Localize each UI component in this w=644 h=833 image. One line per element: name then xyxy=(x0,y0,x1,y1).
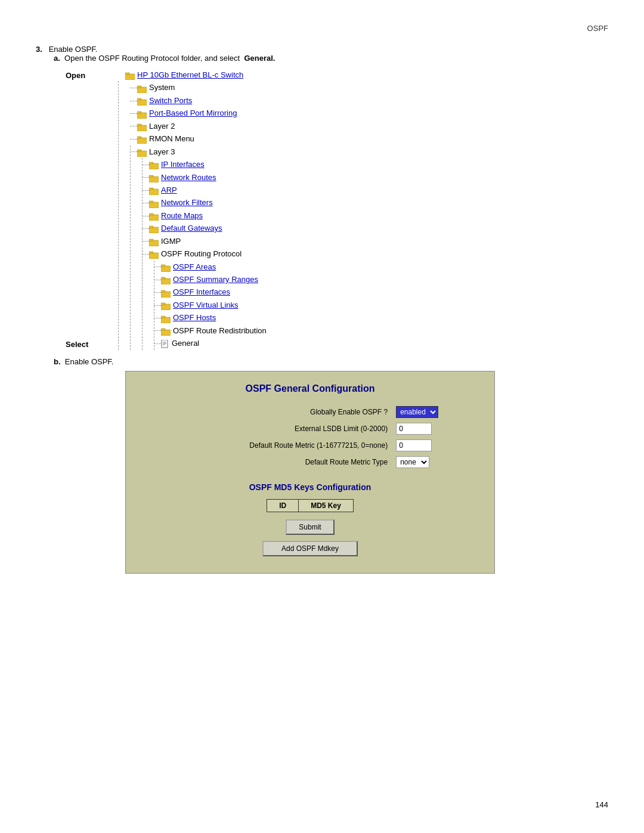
tree-item-ospf-hosts: OSPF Hosts xyxy=(161,311,608,324)
tree-item-ip-interfaces: IP Interfaces xyxy=(149,158,608,171)
svg-rect-37 xyxy=(161,303,165,305)
submit-button[interactable]: Submit xyxy=(286,519,334,535)
open-label: Open xyxy=(66,71,85,80)
svg-rect-24 xyxy=(149,227,159,233)
layer3-folder-icon xyxy=(137,148,147,156)
step-3-number: 3. xyxy=(36,45,42,54)
network-routes-link[interactable]: Network Routes xyxy=(161,171,216,184)
config-value-lsdb[interactable] xyxy=(392,420,476,437)
svg-rect-40 xyxy=(161,330,171,336)
layer2-folder-icon xyxy=(137,122,147,130)
route-maps-link[interactable]: Route Maps xyxy=(161,209,203,222)
tree-item-igmp: IGMP xyxy=(149,235,608,247)
system-label: System xyxy=(149,81,175,94)
svg-rect-3 xyxy=(137,86,141,88)
tree-item-switch-ports: Switch Ports xyxy=(137,94,608,107)
lsdb-input[interactable] xyxy=(396,423,432,435)
tree-item-rmon: RMON Menu xyxy=(137,132,608,145)
svg-rect-16 xyxy=(149,176,159,182)
svg-rect-10 xyxy=(137,138,147,144)
svg-rect-14 xyxy=(149,163,159,169)
header-title: OSPF xyxy=(587,24,608,33)
svg-rect-19 xyxy=(149,188,153,190)
ospf-summary-folder-icon xyxy=(161,275,171,283)
svg-rect-31 xyxy=(161,265,165,267)
page-number: 144 xyxy=(595,800,608,809)
config-row-ospf-enable: Globally Enable OSPF ? enabled disabled xyxy=(144,404,476,420)
svg-rect-36 xyxy=(161,304,171,310)
arp-folder-icon xyxy=(149,186,159,194)
config-value-metric-type[interactable]: none type1 type2 xyxy=(392,454,476,470)
switch-ports-folder-icon xyxy=(137,97,147,104)
ospf-areas-folder-icon xyxy=(161,263,171,271)
metric-input[interactable] xyxy=(396,439,432,451)
svg-rect-34 xyxy=(161,292,171,298)
arp-link[interactable]: ARP xyxy=(161,184,177,196)
tree-root: HP 10Gb Ethernet BL-c Switch xyxy=(125,69,608,81)
svg-rect-20 xyxy=(149,202,159,208)
step-3a-label: a. xyxy=(54,54,60,63)
svg-rect-5 xyxy=(137,98,141,100)
ospf-virtual-folder-icon xyxy=(161,301,171,309)
tree-item-ospf-interfaces: OSPF Interfaces xyxy=(161,286,608,298)
rmon-label: RMON Menu xyxy=(149,132,194,145)
svg-rect-7 xyxy=(137,112,141,113)
step-3b: b. Enable OSPF. OSPF General Configurati… xyxy=(54,357,608,574)
ospf-hosts-link[interactable]: OSPF Hosts xyxy=(173,311,216,324)
tree-item-layer2: Layer 2 xyxy=(137,120,608,132)
ospf-summary-link[interactable]: OSPF Summary Ranges xyxy=(173,273,258,286)
ospf-hosts-folder-icon xyxy=(161,314,171,322)
svg-rect-18 xyxy=(149,189,159,195)
default-gateways-link[interactable]: Default Gateways xyxy=(161,222,222,234)
tree-item-ospf-areas: OSPF Areas xyxy=(161,261,608,273)
config-value-metric[interactable] xyxy=(392,437,476,454)
igmp-folder-icon xyxy=(149,237,159,245)
md5-table-container: ID MD5 Key xyxy=(144,499,476,512)
step-3b-label: b. xyxy=(54,357,61,366)
metric-type-select[interactable]: none type1 type2 xyxy=(396,456,429,468)
tree-item-route-maps: Route Maps xyxy=(149,209,608,222)
md5-col-key: MD5 Key xyxy=(299,499,354,512)
md5-table: ID MD5 Key xyxy=(267,499,354,512)
ospf-virtual-link[interactable]: OSPF Virtual Links xyxy=(173,299,239,311)
ospf-routing-folder-icon xyxy=(149,250,159,258)
ospf-areas-link[interactable]: OSPF Areas xyxy=(173,261,216,273)
network-routes-folder-icon xyxy=(149,174,159,181)
svg-rect-42 xyxy=(162,340,168,348)
svg-rect-11 xyxy=(137,137,141,138)
config-row-lsdb: External LSDB Limit (0-2000) xyxy=(144,420,476,437)
network-filters-folder-icon xyxy=(149,199,159,207)
tree-item-network-filters: Network Filters xyxy=(149,196,608,209)
svg-rect-23 xyxy=(149,213,153,215)
network-filters-link[interactable]: Network Filters xyxy=(161,196,213,209)
md5-header-row: ID MD5 Key xyxy=(267,499,354,512)
tree-item-default-gateways: Default Gateways xyxy=(149,222,608,234)
ospf-interfaces-link[interactable]: OSPF Interfaces xyxy=(173,286,230,298)
ospf-redistribution-label: OSPF Route Redistribution xyxy=(173,324,267,337)
port-mirroring-link[interactable]: Port-Based Port Mirroring xyxy=(149,107,237,119)
step-3a: a. Open the OSPF Routing Protocol folder… xyxy=(54,54,608,350)
svg-rect-21 xyxy=(149,201,153,203)
config-row-metric: Default Route Metric (1-16777215, 0=none… xyxy=(144,437,476,454)
step-3a-bold: General. xyxy=(244,54,275,63)
ip-interfaces-link[interactable]: IP Interfaces xyxy=(161,158,205,171)
ospf-enable-select[interactable]: enabled disabled xyxy=(396,406,438,418)
switch-ports-link[interactable]: Switch Ports xyxy=(149,94,192,107)
page-header: OSPF xyxy=(36,24,608,33)
svg-rect-12 xyxy=(137,151,147,157)
svg-rect-2 xyxy=(137,87,147,93)
tree-item-ospf-virtual: OSPF Virtual Links xyxy=(161,299,608,311)
svg-rect-22 xyxy=(149,215,159,221)
tree-item-port-mirroring: Port-Based Port Mirroring xyxy=(137,107,608,119)
md5-title: OSPF MD5 Keys Configuration xyxy=(144,482,476,492)
svg-rect-30 xyxy=(161,266,171,272)
root-link[interactable]: HP 10Gb Ethernet BL-c Switch xyxy=(137,69,243,81)
select-label: Select xyxy=(66,340,88,349)
config-value-ospf-enable[interactable]: enabled disabled xyxy=(392,404,476,420)
svg-rect-38 xyxy=(161,317,171,323)
tree-content: HP 10Gb Ethernet BL-c Switch System xyxy=(125,69,608,350)
add-mdkey-button[interactable]: Add OSPF Mdkey xyxy=(262,541,358,556)
step-3a-text: Open the OSPF Routing Protocol folder, a… xyxy=(64,54,240,63)
step-3: 3. Enable OSPF. a. Open the OSPF Routing… xyxy=(36,45,608,574)
config-label-metric-type: Default Route Metric Type xyxy=(144,454,392,470)
